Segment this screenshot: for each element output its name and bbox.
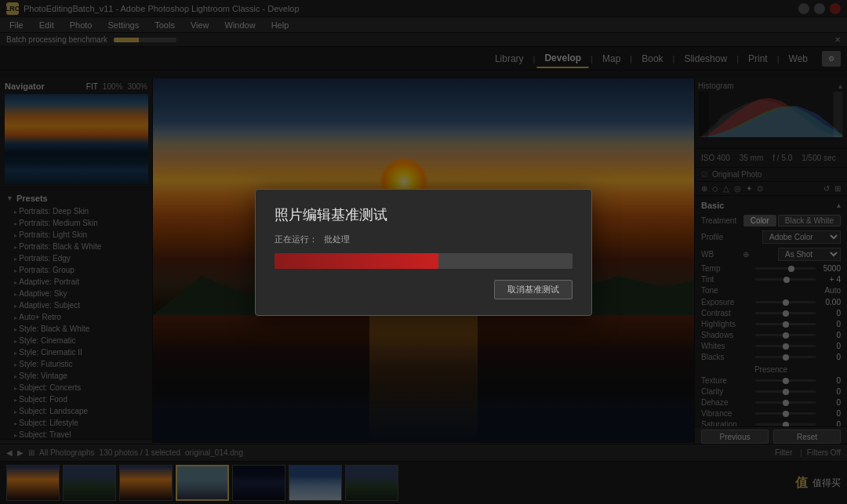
benchmark-dialog: 照片编辑基准测试 正在运行： 批处理 取消基准测试 — [255, 189, 592, 316]
dialog-status-value: 批处理 — [324, 234, 350, 245]
dialog-status-row: 正在运行： 批处理 — [274, 234, 573, 245]
dialog-progress-bar — [274, 253, 573, 269]
dialog-status-label: 正在运行： — [274, 234, 318, 245]
dialog-progress-fill — [274, 253, 438, 269]
dialog-overlay: 照片编辑基准测试 正在运行： 批处理 取消基准测试 — [0, 0, 847, 504]
dialog-footer: 取消基准测试 — [274, 280, 573, 299]
cancel-benchmark-button[interactable]: 取消基准测试 — [494, 280, 573, 299]
dialog-title: 照片编辑基准测试 — [274, 205, 573, 224]
